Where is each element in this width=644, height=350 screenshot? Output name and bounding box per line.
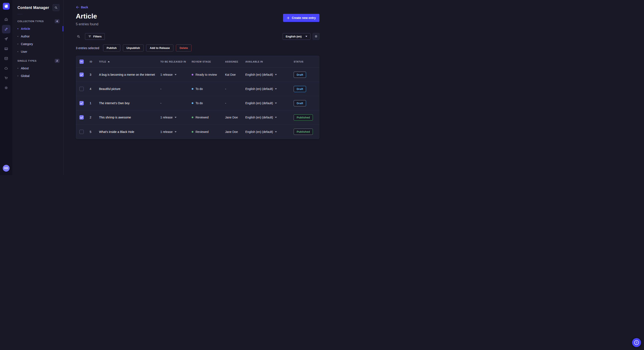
user-avatar[interactable]: KD bbox=[3, 165, 10, 172]
table-row[interactable]: 4 Beautiful picture - To do - English (e… bbox=[76, 82, 319, 96]
row-title[interactable]: What's inside a Black Hole bbox=[99, 130, 160, 134]
publish-button[interactable]: Publish bbox=[103, 44, 120, 51]
column-header-title[interactable]: TITLE bbox=[99, 60, 160, 63]
sidebar-item-about[interactable]: About bbox=[12, 64, 63, 72]
bullet-icon bbox=[18, 28, 18, 29]
rail-nav-items bbox=[2, 15, 10, 92]
release-dropdown[interactable]: 1 release bbox=[160, 130, 192, 134]
review-stage-dot bbox=[192, 88, 193, 90]
chevron-down-icon bbox=[275, 103, 277, 104]
content-type-builder-icon[interactable] bbox=[2, 54, 10, 63]
assignee: - bbox=[225, 101, 245, 105]
settings-gear-icon[interactable] bbox=[2, 84, 10, 92]
release-dropdown[interactable]: - bbox=[160, 101, 192, 105]
assignee: - bbox=[225, 87, 245, 91]
sidebar-item-label: Global bbox=[21, 74, 30, 78]
table-row[interactable]: 5 What's inside a Black Hole 1 release R… bbox=[76, 125, 319, 139]
row-id: 3 bbox=[90, 73, 99, 76]
sidebar-item-author[interactable]: Author bbox=[12, 32, 63, 40]
home-icon[interactable] bbox=[2, 15, 10, 24]
status-badge: Published bbox=[294, 129, 313, 135]
release-caret bbox=[175, 131, 176, 133]
table-row[interactable]: 1 The internet's Own boy - To do - Engli… bbox=[76, 96, 319, 110]
sidebar-item-label: Author bbox=[21, 35, 30, 38]
column-header-review-stage: REVIEW STAGE bbox=[192, 60, 225, 63]
search-icon bbox=[54, 6, 58, 9]
delete-button[interactable]: Delete bbox=[176, 44, 192, 51]
sidebar-item-label: Category bbox=[21, 42, 33, 46]
sidebar-item-global[interactable]: Global bbox=[12, 72, 63, 80]
assignee: Jane Doe bbox=[225, 130, 245, 134]
arrow-left-icon bbox=[76, 5, 79, 9]
add-to-release-button[interactable]: Add to Release bbox=[146, 44, 173, 51]
locale-dropdown[interactable]: English (en) (default) bbox=[245, 73, 294, 76]
page-title-block: Article 5 entries found bbox=[76, 12, 98, 26]
row-id: 5 bbox=[90, 130, 99, 134]
release-dropdown[interactable]: 1 release bbox=[160, 73, 192, 76]
bullet-icon bbox=[18, 44, 18, 44]
row-checkbox[interactable] bbox=[80, 101, 84, 105]
row-title[interactable]: A bug is becoming a meme on the internet bbox=[99, 73, 160, 76]
create-new-entry-button[interactable]: Create new entry bbox=[283, 14, 320, 22]
gear-icon bbox=[314, 35, 318, 38]
locale-dropdown[interactable]: English (en) (default) bbox=[245, 87, 294, 91]
media-library-icon[interactable] bbox=[2, 44, 10, 53]
chevron-down-icon bbox=[306, 36, 307, 37]
deploy-cloud-icon[interactable] bbox=[2, 64, 10, 72]
locale-dropdown[interactable]: English (en) (default) bbox=[245, 101, 294, 105]
review-stage: Ready to review bbox=[192, 73, 225, 76]
column-header-available-in: AVAILABLE IN bbox=[245, 60, 294, 63]
entries-table: ID TITLE TO BE RELEASED IN REVIEW STAGE … bbox=[76, 56, 320, 139]
app-root: KD Content Manager COLLECTION TYPES 4 Ar… bbox=[0, 0, 322, 175]
row-title[interactable]: Beautiful picture bbox=[99, 87, 160, 91]
content-manager-subnav: Content Manager COLLECTION TYPES 4 Artic… bbox=[12, 0, 64, 175]
row-title[interactable]: This shrimp is awesome bbox=[99, 116, 160, 119]
sidebar-item-label: User bbox=[21, 50, 27, 53]
view-settings-button[interactable] bbox=[313, 33, 320, 40]
table-row[interactable]: 2 This shrimp is awesome 1 release Revie… bbox=[76, 110, 319, 125]
releases-icon[interactable] bbox=[2, 35, 10, 43]
row-title[interactable]: The internet's Own boy bbox=[99, 101, 160, 105]
review-stage: To do bbox=[192, 101, 225, 105]
content-manager-icon[interactable] bbox=[2, 25, 10, 33]
review-stage-dot bbox=[192, 131, 193, 133]
review-stage: To do bbox=[192, 87, 225, 91]
bullet-icon bbox=[18, 68, 18, 69]
unpublish-button[interactable]: Unpublish bbox=[123, 44, 144, 51]
bullet-icon bbox=[18, 51, 18, 52]
locale-dropdown[interactable]: English (en) (default) bbox=[245, 116, 294, 119]
review-stage-dot bbox=[192, 74, 193, 75]
locale-dropdown[interactable]: English (en) (default) bbox=[245, 130, 294, 134]
section-count-badge: 4 bbox=[55, 19, 60, 23]
column-header-release: TO BE RELEASED IN bbox=[160, 60, 192, 63]
sidebar-item-article[interactable]: Article bbox=[12, 25, 63, 32]
row-checkbox[interactable] bbox=[80, 130, 84, 134]
chevron-down-icon bbox=[275, 117, 277, 118]
review-stage: Reviewed bbox=[192, 116, 225, 119]
status-badge: Draft bbox=[294, 100, 306, 106]
list-search-button[interactable] bbox=[76, 34, 81, 39]
locale-select[interactable]: English (en) bbox=[282, 33, 310, 40]
plus-icon bbox=[287, 16, 290, 19]
marketplace-cart-icon[interactable] bbox=[2, 74, 10, 82]
sidebar-item-category[interactable]: Category bbox=[12, 40, 63, 48]
select-all-checkbox[interactable] bbox=[80, 59, 84, 64]
strapi-logo[interactable] bbox=[3, 3, 10, 9]
row-checkbox[interactable] bbox=[80, 87, 84, 91]
page-title: Article bbox=[76, 12, 98, 20]
row-checkbox[interactable] bbox=[80, 72, 84, 77]
selection-count: 3 entries selected bbox=[76, 46, 99, 50]
row-checkbox[interactable] bbox=[80, 115, 84, 120]
release-dropdown[interactable]: 1 release bbox=[160, 116, 192, 119]
row-id: 2 bbox=[90, 116, 99, 119]
back-link[interactable]: Back bbox=[76, 5, 88, 9]
release-caret bbox=[175, 74, 176, 75]
sidebar-item-user[interactable]: User bbox=[12, 48, 63, 55]
assignee: Kai Doe bbox=[225, 73, 245, 76]
column-header-id[interactable]: ID bbox=[90, 60, 99, 63]
subnav-search-button[interactable] bbox=[52, 4, 60, 11]
filters-button[interactable]: Filters bbox=[85, 33, 105, 40]
release-dropdown[interactable]: - bbox=[160, 87, 192, 91]
release-caret bbox=[175, 117, 176, 118]
table-row[interactable]: 3 A bug is becoming a meme on the intern… bbox=[76, 68, 319, 82]
